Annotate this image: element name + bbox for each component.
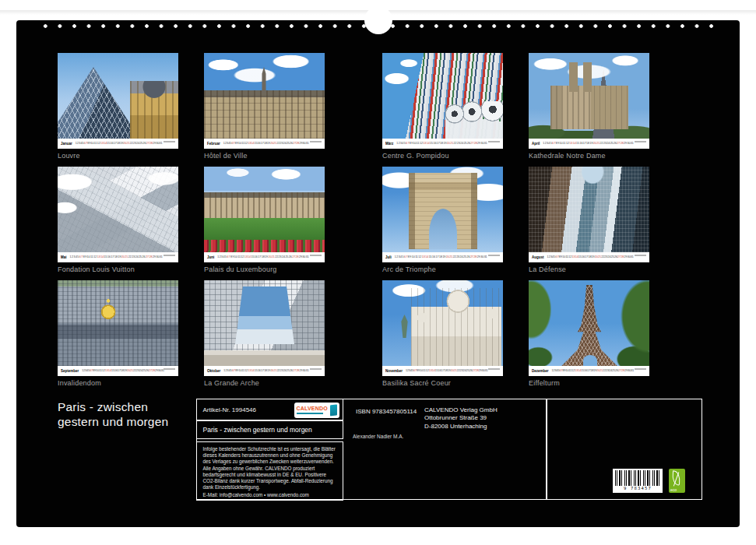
mini-day-number: 23 [279,256,282,259]
calvendo-logo-tagline [297,413,323,414]
mini-day-number: 31 [306,142,309,146]
eco-leaf-icon: eco [669,469,685,493]
mini-day-numbers: 1234567891011121314151617181920212223242… [223,142,309,146]
calendar-thumbnail: Mai 123456789101112131415161718192021222… [58,167,178,273]
imprint-title: Paris - zwischen gestern und morgen [203,426,312,434]
photo-credit-mark [488,141,500,142]
imprint-title-cell: Paris - zwischen gestern und morgen [196,420,343,439]
mini-day-number: 15 [251,256,254,259]
mini-day-number: 31 [306,370,309,373]
imprint-divider [546,399,547,499]
mini-calendar-strip: Juli 12345678910111213141516171819202122… [382,252,503,262]
mini-day-numbers: 1234567891011121314151617181920212223242… [552,370,635,373]
thumbnail-caption: Fondation Louis Vuitton [58,265,178,273]
mini-day-number: 20 [446,256,449,259]
mini-day-number: 17 [258,256,261,259]
mini-day-number: 18 [114,256,118,259]
calvendo-logo-wordmark: CALVENDO [297,406,328,414]
mini-day-number: 12 [241,256,244,259]
thumbnail-caption: Arc de Triomphe [382,265,503,273]
mini-day-number: 11 [415,256,418,259]
publisher-street: Ottobrunner Straße 39 [424,414,498,422]
mini-day-number: 26 [142,256,146,259]
mini-day-number: 24 [282,256,285,259]
calendar-thumbnail: November 1234567891011121314151617181920… [382,280,503,387]
mini-month-label: Oktober [207,369,220,373]
calendar-thumbnail: April 1234567891011121314151617181920212… [529,53,649,160]
mini-day-number: 13 [244,256,248,259]
barcode-bars [615,470,660,486]
photo-credit-mark [635,141,646,142]
publisher-address: CALVENDO Verlag GmbH Ottobrunner Straße … [424,406,498,431]
mini-calendar-strip: Februar 12345678910111213141516171819202… [204,139,325,149]
mini-month-label: Mai [61,255,67,259]
mini-day-number: 31 [160,256,163,259]
mini-day-number: 29 [153,256,156,259]
ean-barcode: 9 783457 805114 [613,469,663,493]
calendar-thumbnail: Januar 123456789101112131415161718192021… [58,53,178,160]
thumbnail-photo [382,53,503,139]
mini-day-number: 30 [480,256,483,259]
photo-credit-mark [164,255,175,256]
mini-day-numbers: 1234567891011121314151617181920212223242… [82,370,164,373]
mini-day-number: 16 [255,256,258,259]
mini-day-number: 25 [463,256,466,259]
isbn-text: ISBN 9783457805114 [356,408,417,415]
calendar-thumbnail: Juli 12345678910111213141516171819202122… [382,167,503,273]
mini-day-numbers: 1234567891011121314151617181920212223242… [217,256,309,259]
thumbnail-caption: Basilika Sacré Coeur [382,379,503,387]
mini-day-number: 31 [631,256,634,259]
thumbnail-photo [58,53,178,139]
mini-day-number: 17 [436,256,439,259]
calendar-thumbnail: Dezember 1234567891011121314151617181920… [529,280,649,387]
mini-day-numbers: 1234567891011121314151617181920212223242… [543,142,634,146]
calendar-thumbnail: September 123456789101112131415161718192… [58,280,178,387]
mini-day-number: 19 [265,256,268,259]
mini-day-number: 31 [161,370,164,373]
mini-day-number: 31 [484,256,487,259]
mini-day-numbers: 1234567891011121314151617181920212223242… [395,256,487,259]
mini-day-number: 14 [100,256,104,259]
mini-day-number: 31 [631,370,634,373]
mini-day-number: 22 [275,256,278,259]
calendar-thumbnail: März 12345678910111213141516171819202122… [382,53,503,160]
barcode-digits: 9 783457 805114 [615,486,660,498]
legal-text-cell: Infolge bestehender Schutzrechte ist es … [196,441,343,501]
mini-calendar-strip: September 123456789101112131415161718192… [58,366,178,376]
mini-day-number: 22 [128,256,132,259]
mini-day-number: 10 [412,256,415,259]
mini-day-numbers: 1234567891011121314151617181920212223242… [70,256,163,259]
calendar-title: Paris - zwischen gestern und morgen [58,399,178,430]
photo-credit-mark [164,368,175,370]
mini-day-number: 22 [453,256,456,259]
photo-credit-mark [635,255,646,256]
mini-day-number: 28 [296,256,299,259]
calendar-back-cover: Januar 123456789101112131415161718192021… [0,0,756,545]
mini-month-label: August [532,255,544,259]
mini-day-number: 20 [121,256,125,259]
mini-day-number: 20 [268,256,271,259]
publisher-name: CALVENDO Verlag GmbH [424,406,498,414]
legal-text: Infolge bestehender Schutzrechte ist es … [203,446,336,490]
mini-month-label: Januar [61,142,72,146]
mini-day-numbers: 1234567891011121314151617181920212223242… [76,142,163,146]
mini-month-label: Dezember [532,369,549,373]
mini-day-number: 10 [87,256,90,259]
photo-credit-mark [488,368,500,370]
mini-day-number: 19 [118,256,121,259]
mini-month-label: März [385,142,393,146]
thumbnail-caption: Louvre [58,152,178,160]
contact-line: E-Mail: info@calvendo.com • www.calvendo… [203,492,336,498]
thumbnail-caption: Eiffelturm [529,379,649,387]
mini-day-number: 29 [477,256,480,259]
mini-day-number: 11 [90,256,93,259]
mini-day-number: 16 [107,256,111,259]
photo-credit-mark [310,141,322,142]
mini-day-number: 28 [149,256,152,259]
article-number-cell: Artikel-Nr. 1994546 CALVENDO [196,399,343,421]
photo-credit-mark [310,255,322,256]
mini-day-number: 24 [460,256,463,259]
mini-day-number: 14 [425,256,428,259]
calendar-thumbnail: August 123456789101112131415161718192021… [529,167,649,273]
mini-day-number: 19 [442,256,445,259]
